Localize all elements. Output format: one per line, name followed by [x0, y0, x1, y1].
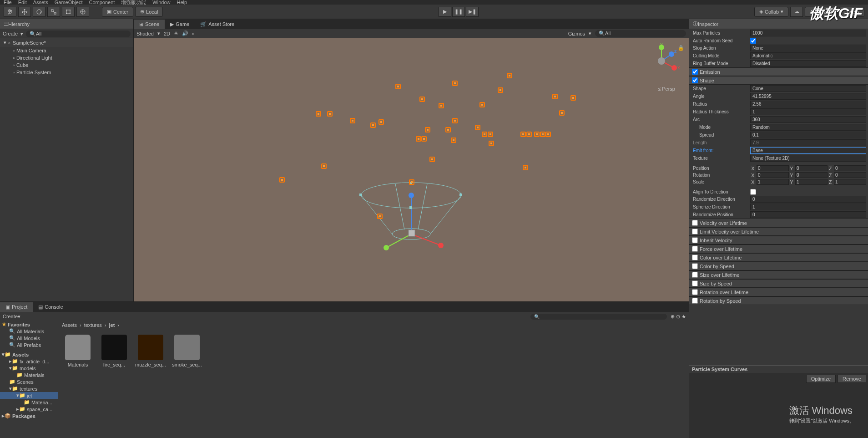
persp-label[interactable]: ≤ Persp [658, 86, 675, 92]
module-limit-velocity[interactable]: Limit Velocity over Lifetime [689, 227, 868, 236]
rotate-tool[interactable] [33, 7, 45, 17]
audio-toggle[interactable]: 🔊 [182, 31, 188, 36]
module-color-lifetime[interactable]: Color over Lifetime [689, 253, 868, 262]
randomize-direction-field[interactable]: 0 [750, 196, 866, 203]
auto-random-seed-checkbox[interactable] [750, 38, 756, 44]
cloud-button[interactable]: ☁ [790, 7, 803, 17]
module-inherit-velocity[interactable]: Inherit Velocity [689, 236, 868, 244]
shape-dropdown[interactable]: Cone [750, 85, 866, 92]
scale-z[interactable] [834, 179, 866, 185]
culling-mode-dropdown[interactable]: Automatic [750, 52, 866, 59]
module-size-speed[interactable]: Size by Speed [689, 279, 868, 288]
space-toggle[interactable]: ⊕Local [135, 7, 163, 17]
scale-y[interactable] [795, 179, 828, 185]
menu-file[interactable]: File [4, 0, 12, 5]
rot-y[interactable] [795, 172, 828, 178]
2d-toggle[interactable]: 2D [164, 31, 170, 36]
tree-folder[interactable]: ▸📁space_ca... [0, 406, 58, 413]
menu-assets[interactable]: Assets [33, 0, 48, 5]
pause-button[interactable]: ❚❚ [452, 7, 465, 17]
tree-folder[interactable]: 📁Materials [0, 372, 58, 378]
remove-button[interactable]: Remove [838, 375, 866, 383]
gizmos-dropdown[interactable]: Gizmos [568, 31, 585, 36]
module-size-lifetime[interactable]: Size over Lifetime [689, 270, 868, 279]
hierarchy-item[interactable]: ▫Particle System [0, 69, 133, 76]
module-color-speed[interactable]: Color by Speed [689, 262, 868, 270]
arc-field[interactable]: 360 [750, 116, 866, 123]
hierarchy-item[interactable]: ▫Directional Light [0, 54, 133, 61]
optimize-button[interactable]: Optimize [806, 375, 836, 383]
project-create[interactable]: Create [3, 314, 18, 319]
rot-x[interactable] [757, 172, 789, 178]
scene-tab[interactable]: ⊞Scene [134, 20, 165, 29]
breadcrumb-item[interactable]: jet [109, 322, 115, 328]
move-tool[interactable] [18, 7, 31, 17]
scale-tool[interactable] [47, 7, 60, 17]
asset-store-tab[interactable]: 🛒Asset Store [195, 20, 240, 29]
menu-enhanced[interactable]: 增强版功能 [121, 0, 146, 6]
align-to-direction-checkbox[interactable] [750, 189, 756, 195]
tree-folder[interactable]: ▾📁textures [0, 385, 58, 392]
hand-tool[interactable] [4, 7, 16, 17]
arc-mode-dropdown[interactable]: Random [750, 124, 866, 131]
project-tab[interactable]: ▣Project [0, 302, 33, 312]
tree-folder[interactable]: ▾📁models [0, 365, 58, 372]
module-rotation-lifetime[interactable]: Rotation over Lifetime [689, 288, 868, 296]
lighting-toggle[interactable]: ☀ [174, 31, 178, 36]
assets-header[interactable]: ▾📁Assets [0, 351, 58, 358]
pos-z[interactable] [834, 165, 866, 171]
scene-root[interactable]: ▾ ⬦SampleScene* [0, 38, 133, 47]
fav-all-prefabs[interactable]: 🔍All Prefabs [0, 341, 58, 348]
module-velocity[interactable]: Velocity over Lifetime [689, 219, 868, 227]
tree-folder-jet[interactable]: ▾📁jet [0, 392, 58, 399]
axis-gizmo[interactable]: y x z [643, 43, 680, 79]
max-particles-field[interactable]: 1000 [750, 30, 866, 36]
console-tab[interactable]: ▤Console [33, 302, 68, 312]
fav-all-materials[interactable]: 🔍All Materials [0, 328, 58, 335]
breadcrumb-item[interactable]: Assets [62, 322, 77, 328]
breadcrumb-item[interactable]: textures [84, 322, 102, 328]
shaded-dropdown[interactable]: Shaded [136, 31, 154, 36]
radius-field[interactable]: 2.56 [750, 101, 866, 107]
scale-x[interactable] [757, 179, 789, 185]
menu-edit[interactable]: Edit [18, 0, 27, 5]
spread-field[interactable]: 0.1 [750, 132, 866, 138]
tree-folder[interactable]: 📁Materia... [0, 399, 58, 406]
step-button[interactable]: ▶❚ [466, 7, 479, 17]
hierarchy-item[interactable]: ▫Main Camera [0, 47, 133, 54]
lock-icon[interactable]: 🔒 [678, 45, 684, 51]
project-search[interactable]: 🔍 [530, 314, 667, 320]
tree-folder[interactable]: 📁Scenes [0, 378, 58, 385]
menu-component[interactable]: Component [89, 0, 115, 5]
scene-search[interactable]: 🔍All [595, 30, 686, 37]
asset-texture[interactable]: fire_seq... [100, 335, 128, 433]
packages-header[interactable]: ▸📦Packages [0, 413, 58, 419]
menu-help[interactable]: Help [177, 0, 187, 5]
module-force[interactable]: Force over Lifetime [689, 244, 868, 253]
menu-gameobject[interactable]: GameObject [55, 0, 83, 5]
asset-texture[interactable]: muzzle_seq... [136, 335, 165, 433]
hierarchy-tab[interactable]: ☰ Hierarchy [0, 19, 133, 29]
shape-gizmo[interactable] [352, 173, 470, 264]
pivot-toggle[interactable]: ▣Center [102, 7, 133, 17]
randomize-position-field[interactable]: 0 [750, 211, 866, 218]
shape-module[interactable]: Shape [689, 76, 868, 85]
tree-folder[interactable]: ▸📁fx_article_d... [0, 358, 58, 365]
stop-action-dropdown[interactable]: None [750, 45, 866, 51]
pos-x[interactable] [757, 165, 789, 171]
hierarchy-create[interactable]: Create [3, 31, 18, 36]
module-rotation-speed[interactable]: Rotation by Speed [689, 296, 868, 305]
angle-field[interactable]: 41.52995 [750, 93, 866, 100]
ring-buffer-dropdown[interactable]: Disabled [750, 60, 866, 67]
game-tab[interactable]: ▶Game [165, 20, 195, 29]
rot-z[interactable] [834, 172, 866, 178]
menu-window[interactable]: Window [152, 0, 170, 5]
favorites-header[interactable]: ★Favorites [0, 321, 58, 328]
emission-module[interactable]: Emission [689, 67, 868, 76]
hierarchy-item[interactable]: ▫Cube [0, 61, 133, 69]
emit-from-dropdown[interactable]: Base [750, 147, 866, 154]
pos-y[interactable] [795, 165, 828, 171]
play-button[interactable]: ▶ [439, 7, 451, 17]
texture-field[interactable]: None (Texture 2D) [750, 155, 866, 162]
transform-tool[interactable] [76, 7, 89, 17]
